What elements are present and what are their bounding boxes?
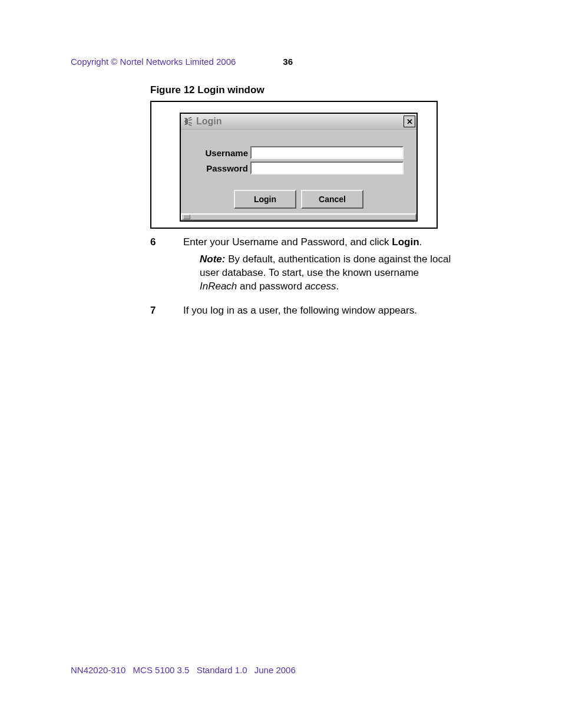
login-window-title: Login xyxy=(196,116,404,127)
username-input[interactable] xyxy=(250,146,404,159)
note-username: InReach xyxy=(200,281,237,292)
step6-bold: Login xyxy=(392,236,419,248)
note-text2: and password xyxy=(237,281,305,292)
username-label: Username xyxy=(194,148,250,158)
step-text: Enter your Username and Password, and cl… xyxy=(183,236,457,301)
footer-date: June 2006 xyxy=(254,665,296,675)
note-block: Note: By default, authentication is done… xyxy=(200,253,457,294)
step-6: 6 Enter your Username and Password, and … xyxy=(150,236,457,301)
note-text1: By default, authentication is done again… xyxy=(200,253,451,278)
figure-frame: Login ✕ Username Password Login Cancel xyxy=(150,101,438,229)
footer-status: Standard 1.0 xyxy=(197,665,247,675)
kde-gear-icon xyxy=(182,116,194,127)
note-text3: . xyxy=(336,281,339,292)
footer-doc-id: NN42020-310 xyxy=(71,665,125,675)
close-button[interactable]: ✕ xyxy=(404,116,415,127)
password-row: Password xyxy=(194,162,404,174)
step-text: If you log in as a user, the following w… xyxy=(183,304,457,318)
login-titlebar: Login ✕ xyxy=(181,114,416,130)
login-dialog: Login ✕ Username Password Login Cancel xyxy=(180,113,418,222)
close-icon: ✕ xyxy=(406,118,413,126)
cancel-button[interactable]: Cancel xyxy=(301,190,363,209)
page-header: Copyright © Nortel Networks Limited 2006… xyxy=(71,57,491,67)
page-number: 36 xyxy=(283,57,293,67)
password-label: Password xyxy=(194,163,250,173)
page-footer: NN42020-310 MCS 5100 3.5 Standard 1.0 Ju… xyxy=(71,665,300,675)
step-number: 6 xyxy=(150,236,183,301)
dialog-button-row: Login Cancel xyxy=(194,190,404,209)
horizontal-scrollbar[interactable] xyxy=(181,213,416,220)
login-body: Username Password Login Cancel xyxy=(181,130,416,213)
figure-caption: Figure 12 Login window xyxy=(150,84,491,96)
instruction-steps: 6 Enter your Username and Password, and … xyxy=(150,236,457,318)
footer-product: MCS 5100 3.5 xyxy=(133,665,190,675)
username-row: Username xyxy=(194,146,404,159)
note-label: Note: xyxy=(200,253,225,265)
step6-pre: Enter your Username and Password, and cl… xyxy=(183,236,392,248)
step-7: 7 If you log in as a user, the following… xyxy=(150,304,457,318)
copyright-text: Copyright © Nortel Networks Limited 2006 xyxy=(71,57,236,67)
step-number: 7 xyxy=(150,304,183,318)
step6-post: . xyxy=(419,236,422,248)
login-button[interactable]: Login xyxy=(234,190,296,209)
note-password: access xyxy=(305,281,336,292)
password-input[interactable] xyxy=(250,162,404,174)
